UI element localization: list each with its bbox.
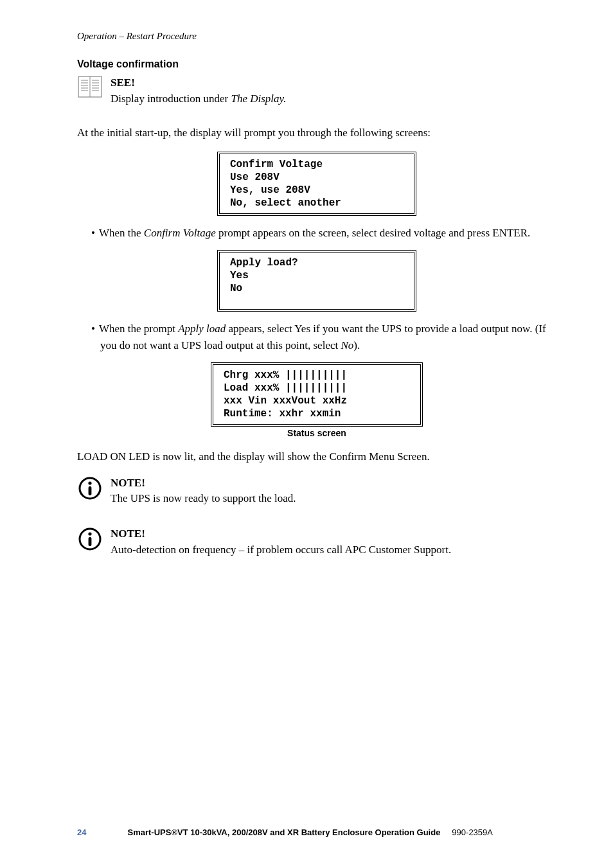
screen-line: Load xxx% |||||||||| <box>224 382 410 394</box>
screen-line: No, select another <box>230 197 404 209</box>
see-text-a: Display introduction under <box>111 93 231 105</box>
bullet1-a: When the <box>99 227 144 239</box>
footer-docnum: 990-2359A <box>452 828 493 837</box>
bullet2-a: When the prompt <box>99 323 178 335</box>
screen-line: Confirm Voltage <box>230 158 404 171</box>
screen-line: Yes <box>230 269 404 282</box>
see-ref-icon <box>77 75 103 98</box>
page-number: 24 <box>77 828 86 837</box>
note-callout-1: NOTE! The UPS is now ready to support th… <box>77 475 556 507</box>
note-icon <box>77 526 103 552</box>
screen-line: No <box>230 282 404 295</box>
note-icon <box>77 475 103 501</box>
screen-line: Chrg xxx% |||||||||| <box>224 369 410 382</box>
svg-point-13 <box>88 481 91 484</box>
intro-para: At the initial start-up, the display wil… <box>77 125 556 141</box>
bullet2-b: Apply load <box>178 323 226 335</box>
note1-label: NOTE! <box>111 475 556 492</box>
svg-rect-17 <box>89 537 92 546</box>
screen-line: xxx Vin xxxVout xxHz <box>224 394 410 407</box>
screen-status: Chrg xxx% |||||||||| Load xxx% |||||||||… <box>211 362 423 427</box>
load-on-para: LOAD ON LED is now lit, and the display … <box>77 448 556 465</box>
bullet1-b: Confirm Voltage <box>144 227 216 239</box>
bullet2-e: ). <box>353 339 360 351</box>
see-label: SEE! <box>111 75 556 91</box>
note-callout-2: NOTE! Auto-detection on frequency – if p… <box>77 526 556 558</box>
screen-confirm-voltage: Confirm Voltage Use 208V Yes, use 208V N… <box>217 152 416 216</box>
note2-text: Auto-detection on frequency – if problem… <box>111 544 451 556</box>
see-text-b: The Display. <box>231 93 286 105</box>
bullet-confirm-voltage: •When the Confirm Voltage prompt appears… <box>91 225 556 242</box>
note1-text: The UPS is now ready to support the load… <box>111 492 296 504</box>
footer: 24 Smart-UPS®VT 10-30kVA, 200/208V and X… <box>77 828 556 837</box>
screen-status-caption: Status screen <box>287 428 346 438</box>
running-head: Operation – Restart Procedure <box>77 31 556 42</box>
bullet2-d: No <box>341 339 353 351</box>
bullet-apply-load: •When the prompt Apply load appears, sel… <box>91 321 556 353</box>
bullet1-c: prompt appears on the screen, select des… <box>216 227 531 239</box>
svg-rect-14 <box>89 486 92 495</box>
screen-line: Apply load? <box>230 256 404 269</box>
footer-title: Smart-UPS®VT 10-30kVA, 200/208V and XR B… <box>127 828 440 837</box>
screen-apply-load: Apply load? Yes No <box>217 250 416 312</box>
svg-point-16 <box>88 532 91 535</box>
screen-line: Use 208V <box>230 171 404 184</box>
bullet-dot: • <box>91 323 99 335</box>
bullet-dot: • <box>91 227 99 239</box>
see-callout: SEE! Display introduction under The Disp… <box>77 75 556 107</box>
subsection-title: Voltage confirmation <box>77 58 556 70</box>
screen-line: Runtime: xxhr xxmin <box>224 407 410 420</box>
note2-label: NOTE! <box>111 526 556 542</box>
screen-line: Yes, use 208V <box>230 184 404 197</box>
